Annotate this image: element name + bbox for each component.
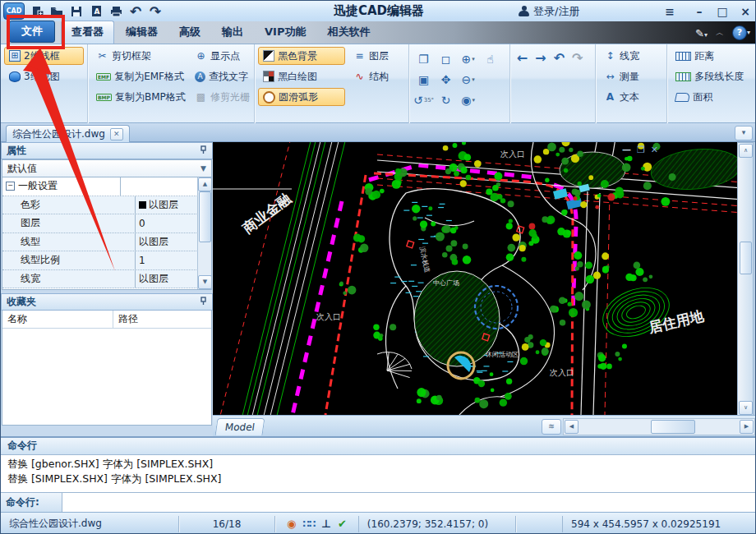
canvas-vertical-scrollbar[interactable]: ∧ ∨ — [737, 142, 754, 417]
help-button[interactable]: ?▾ — [732, 25, 750, 40]
pan-hand-icon[interactable]: ☝ — [486, 53, 494, 66]
document-tab[interactable]: 综合性公园设计.dwg ✕ — [6, 125, 130, 142]
menu-tab-editor[interactable]: 编辑器 — [116, 21, 168, 44]
scroll-right-icon[interactable]: ▶ — [740, 420, 754, 434]
ortho-icon[interactable]: ⊥ — [321, 518, 331, 530]
copy-as-bmp-button[interactable]: BMP复制为BMP格式 — [91, 88, 188, 106]
scroll-down-icon[interactable]: ∨ — [739, 401, 753, 415]
trim-raster-button[interactable]: ▩修剪光栅 — [190, 88, 255, 106]
property-row-linetype[interactable]: 线型 以图层 — [2, 233, 211, 252]
menu-tab-viewer[interactable]: 查看器 — [61, 21, 114, 44]
zoom-window-icon[interactable]: ◻ — [441, 53, 451, 66]
menu-tab-related[interactable]: 相关软件 — [317, 21, 380, 44]
property-preset-dropdown[interactable]: 默认值 ▼ — [2, 159, 212, 177]
print-icon[interactable] — [106, 3, 126, 20]
export-pdf-icon[interactable]: A — [86, 3, 106, 20]
edit-mode-icon[interactable]: ✎▾ — [695, 25, 708, 40]
collapse-ribbon-icon[interactable]: ︿ — [716, 27, 724, 39]
scroll-up-icon[interactable]: ▲ — [198, 177, 212, 191]
find-text-button[interactable]: A查找文字 — [190, 67, 255, 85]
copy-as-emf-button[interactable]: EMF复制为EMF格式 — [91, 67, 188, 85]
pin-icon[interactable] — [200, 297, 207, 308]
menu-tab-advanced[interactable]: 高级 — [169, 21, 210, 44]
scroll-thumb[interactable] — [199, 191, 211, 242]
black-bg-icon — [263, 50, 274, 62]
smooth-arc-button[interactable]: 圆滑弧形 — [258, 88, 345, 106]
minimize-button[interactable]: – — [688, 3, 711, 20]
layout-chevron-button[interactable]: ≋ — [542, 419, 561, 435]
redo-icon[interactable]: ↷ — [145, 3, 165, 20]
tab-overflow-chevron[interactable]: ▾ — [735, 126, 753, 140]
structure-button[interactable]: ∿结构 — [348, 67, 394, 85]
doc-restore-icon[interactable]: ❐ — [637, 145, 645, 154]
open-file-icon[interactable] — [47, 3, 67, 20]
favorites-col-path[interactable]: 路径 — [113, 311, 143, 328]
doc-minimize-icon[interactable]: — — [622, 145, 631, 154]
close-button[interactable]: × — [734, 3, 756, 20]
window-menu-button[interactable]: ≡ — [658, 3, 681, 20]
zoom-in-icon[interactable]: ⊕▾ — [461, 53, 474, 66]
black-background-button[interactable]: 黑色背景 — [258, 47, 345, 65]
rotate-35-icon[interactable]: ↺35° — [413, 94, 434, 107]
favorites-list[interactable]: 名称 路径 — [2, 311, 212, 426]
cad-drawing[interactable]: 商业金融居住用地次入口次入口次入口中心广场休闲活动区滨水栈道 — [213, 142, 739, 415]
scroll-left-icon[interactable]: ◀ — [565, 420, 579, 434]
tab-close-icon[interactable]: ✕ — [110, 128, 123, 140]
menu-tab-output[interactable]: 输出 — [212, 21, 253, 44]
property-row-layer[interactable]: 图层 0 — [2, 214, 211, 233]
property-section-row[interactable]: −一般设置 — [2, 177, 211, 196]
zoom-extents-icon[interactable]: ✥ — [441, 73, 451, 86]
save-icon[interactable] — [67, 3, 86, 20]
color-swatch — [139, 201, 146, 209]
login-register[interactable]: 登录/注册 — [519, 4, 579, 19]
undo-icon[interactable]: ↶ — [126, 3, 145, 20]
lineweight-toggle-button[interactable]: ↕线宽 — [599, 47, 663, 65]
command-line-entry: 替换 [SIMPLEX.SHX] 字体为 [SIMPLEX.SHX] — [7, 472, 750, 486]
properties-scrollbar[interactable]: ▲ ▼ — [197, 177, 211, 289]
drawing-label: 休闲活动区 — [486, 351, 519, 358]
forward-icon[interactable]: → — [535, 50, 546, 66]
property-row-ltscale[interactable]: 线型比例 1 — [2, 251, 211, 270]
polyline-length-button[interactable]: 多段线长度 — [671, 67, 754, 85]
collapse-minus-icon[interactable]: − — [6, 182, 15, 191]
menu-tab-file[interactable]: 文件 — [9, 21, 55, 43]
favorites-col-name[interactable]: 名称 — [2, 311, 113, 328]
area-button[interactable]: 面积 — [671, 88, 754, 106]
pin-icon[interactable] — [200, 145, 207, 157]
maximize-button[interactable]: □ — [711, 3, 734, 20]
canvas-horizontal-scrollbar[interactable]: ◀ ▶ — [563, 418, 755, 435]
scroll-thumb[interactable] — [740, 242, 752, 274]
new-file-icon[interactable] — [27, 3, 47, 20]
app-logo-icon[interactable]: CAD — [3, 2, 25, 20]
paste-view-icon[interactable]: ▣ — [418, 73, 429, 86]
grid-icon[interactable]: ∷∷ — [302, 518, 315, 530]
show-points-button[interactable]: ⊕显示点 — [190, 47, 255, 65]
bw-drawing-button[interactable]: 黑白绘图 — [258, 67, 345, 85]
2d-wireframe-button[interactable]: ⊞2维线框 — [4, 47, 84, 65]
distance-button[interactable]: 距离 — [671, 47, 754, 65]
layers-button[interactable]: ≡图层 — [348, 47, 394, 65]
view-redo-icon[interactable]: ↷ — [572, 50, 583, 66]
zoom-out-icon[interactable]: ⊖▾ — [461, 73, 474, 86]
scroll-up-icon[interactable]: ∧ — [739, 144, 753, 158]
property-row-color[interactable]: 色彩 以图层 — [2, 196, 211, 215]
measure-toggle-button[interactable]: ↔测量 — [599, 67, 663, 85]
back-icon[interactable]: ← — [517, 50, 528, 66]
model-tab[interactable]: Model — [215, 418, 265, 435]
orbit-icon[interactable]: ↻ — [441, 94, 451, 107]
scroll-thumb[interactable] — [651, 420, 695, 434]
command-input[interactable] — [62, 493, 756, 512]
osnap-icon[interactable]: ◉ — [287, 518, 296, 530]
property-row-lineweight[interactable]: 线宽 以图层 — [2, 270, 211, 289]
text-toggle-button[interactable]: A文本 — [599, 88, 663, 106]
scroll-down-icon[interactable]: ▼ — [198, 275, 212, 289]
visual-style-icon[interactable]: ◉▾ — [461, 94, 475, 107]
cad-canvas[interactable]: 商业金融居住用地次入口次入口次入口中心广场休闲活动区滨水栈道 — ❐ ✕ — [213, 142, 739, 415]
copy-view-icon[interactable]: ❐ — [418, 53, 429, 66]
doc-close-icon[interactable]: ✕ — [651, 145, 658, 154]
3d-view-button[interactable]: 3维视图 — [4, 67, 84, 85]
draft-check-icon[interactable]: ✔ — [338, 518, 347, 530]
clip-frame-button[interactable]: ✂剪切框架 — [91, 47, 188, 65]
view-undo-icon[interactable]: ↶ — [554, 50, 565, 66]
menu-tab-vip[interactable]: VIP功能 — [255, 21, 316, 44]
